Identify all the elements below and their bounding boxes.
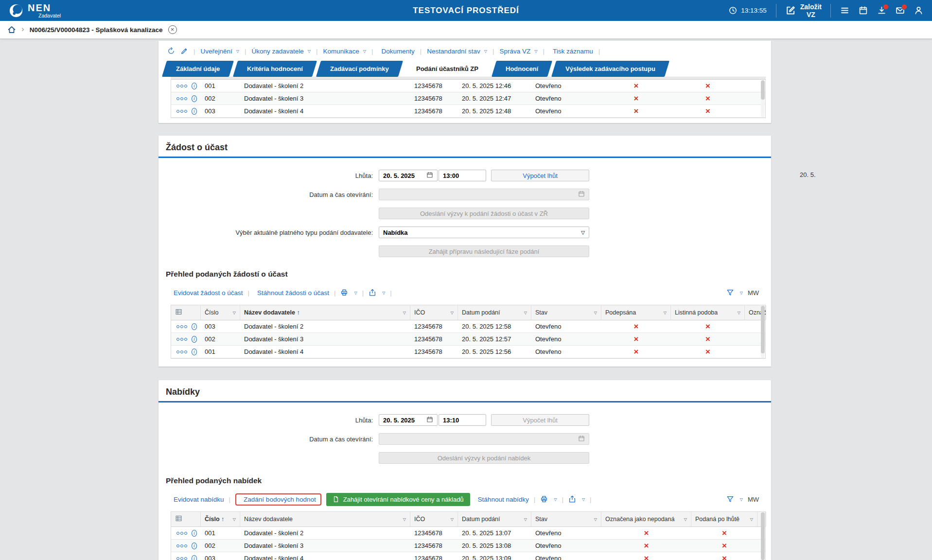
scrollbar-thumb[interactable] xyxy=(761,306,765,353)
chevron-down-icon[interactable]: ▽ xyxy=(740,291,743,295)
tab-zakladni-udaje[interactable]: Základní údaje xyxy=(162,61,234,77)
filter-caret-icon[interactable]: ▽ xyxy=(451,311,454,315)
lhuta-time-input[interactable]: 13:00 xyxy=(439,170,486,181)
filter-caret-icon[interactable]: ▽ xyxy=(233,311,236,315)
filter-caret-icon[interactable]: ▽ xyxy=(750,517,753,522)
breadcrumb-item[interactable]: N006/25/V00004823 - Splašková kanalizace xyxy=(30,26,163,34)
row-info-icon[interactable]: i xyxy=(192,108,197,115)
filter-caret-icon[interactable]: ▽ xyxy=(684,517,687,522)
tab-zadavaci-podminky[interactable]: Zadávací podmínky xyxy=(316,61,403,77)
toolbar-nestandardni-stav[interactable]: Nestandardní stav▽ xyxy=(427,48,487,55)
column-header-podepsana[interactable]: Podepsána▽ xyxy=(601,305,671,320)
chevron-down-icon[interactable]: ▽ xyxy=(554,497,557,502)
row-menu-icon[interactable] xyxy=(176,110,188,113)
column-chooser[interactable] xyxy=(171,512,201,526)
calendar-icon[interactable] xyxy=(859,6,868,15)
vypocet-lhut-button[interactable]: Výpočet lhůt xyxy=(491,170,589,181)
table-row[interactable]: i002Dodavatel - školení 31234567820. 5. … xyxy=(171,540,765,552)
column-header-ico[interactable]: IČO▽ xyxy=(410,305,458,320)
lhuta-time-input[interactable]: 13:10 xyxy=(439,414,486,426)
export-icon[interactable] xyxy=(568,495,576,503)
row-menu-icon[interactable] xyxy=(176,338,188,341)
close-record-icon[interactable]: × xyxy=(168,25,177,34)
tab-hodnoceni[interactable]: Hodnocení xyxy=(492,61,552,77)
lhuta-date-input[interactable]: 20. 5. 2025 xyxy=(379,170,438,181)
row-info-icon[interactable]: i xyxy=(192,336,197,343)
grid-icon[interactable] xyxy=(175,515,182,524)
home-icon[interactable] xyxy=(7,25,16,34)
column-header-cislo[interactable]: Číslo▽ xyxy=(201,305,240,320)
filter-caret-icon[interactable]: ▽ xyxy=(451,517,454,522)
zalozit-vz-button[interactable]: Založit VZ xyxy=(776,4,831,18)
filter-caret-icon[interactable]: ▽ xyxy=(594,517,597,522)
evidovat-zadost-link[interactable]: Evidovat žádost o účast xyxy=(171,289,243,297)
column-header-nepodana[interactable]: Označena jako nepodaná▽ xyxy=(601,512,691,526)
calendar-icon[interactable] xyxy=(426,416,433,424)
row-info-icon[interactable]: i xyxy=(192,555,197,560)
column-header-datum[interactable]: Datum podání▽ xyxy=(458,305,531,320)
column-header-datum[interactable]: Datum podání▽ xyxy=(458,512,531,526)
export-icon[interactable] xyxy=(369,289,376,297)
scrollbar-thumb[interactable] xyxy=(761,80,765,100)
filter-caret-icon[interactable]: ▽ xyxy=(664,311,667,315)
row-menu-icon[interactable] xyxy=(176,350,188,353)
menu-icon[interactable] xyxy=(840,6,849,15)
row-menu-icon[interactable] xyxy=(176,532,188,535)
filter-caret-icon[interactable]: ▽ xyxy=(403,517,406,522)
filter-caret-icon[interactable]: ▽ xyxy=(524,517,527,522)
column-header-po_lhute[interactable]: Podaná po lhůtě▽ xyxy=(691,512,757,526)
chevron-down-icon[interactable]: ▽ xyxy=(354,291,357,295)
row-info-icon[interactable]: i xyxy=(192,323,197,330)
mw-label[interactable]: MW xyxy=(748,496,759,503)
filter-caret-icon[interactable]: ▽ xyxy=(738,311,740,315)
filter-caret-icon[interactable]: ▽ xyxy=(233,517,236,522)
column-header-nazev[interactable]: Název dodavatele ↑▽ xyxy=(240,305,410,320)
stahnout-zadosti-link[interactable]: Stáhnout žádosti o účast xyxy=(254,289,329,297)
stahnout-nabidky-link[interactable]: Stáhnout nabídky xyxy=(475,496,529,503)
vertical-scrollbar[interactable] xyxy=(761,306,765,358)
row-menu-icon[interactable] xyxy=(176,544,188,547)
tab-kriteria-hodnoceni[interactable]: Kritéria hodnocení xyxy=(233,61,317,77)
tab-podani-ucastniku-zp[interactable]: Podání účastníků ZP xyxy=(402,61,492,77)
toolbar-sprava-vz[interactable]: Správa VZ▽ xyxy=(499,48,537,55)
row-info-icon[interactable]: i xyxy=(192,95,197,102)
filter-icon[interactable] xyxy=(726,495,734,503)
table-row[interactable]: i001Dodavatel - školení 41234567820. 5. … xyxy=(171,346,765,358)
toolbar-uverejneni[interactable]: Uveřejnění▽ xyxy=(201,48,239,55)
column-header-stav[interactable]: Stav▽ xyxy=(531,305,601,320)
row-info-icon[interactable]: i xyxy=(192,83,197,89)
toolbar-dokumenty[interactable]: Dokumenty xyxy=(378,48,414,55)
chevron-down-icon[interactable]: ▽ xyxy=(582,497,585,502)
chevron-down-icon[interactable]: ▽ xyxy=(740,497,743,502)
vertical-scrollbar[interactable] xyxy=(761,80,765,117)
lhuta-date-input[interactable]: 20. 5. 2025 xyxy=(379,414,438,426)
table-row[interactable]: i002Dodavatel - školení 31234567820. 5. … xyxy=(171,333,765,346)
filter-caret-icon[interactable]: ▽ xyxy=(403,311,406,315)
chevron-down-icon[interactable]: ▽ xyxy=(382,291,385,295)
tab-vysledek-zadavaciho-postupu[interactable]: Výsledek zadávacího postupu xyxy=(551,61,669,77)
column-header-ico[interactable]: IČO▽ xyxy=(410,512,458,526)
typ-podani-select[interactable]: Nabídka ▽ xyxy=(379,227,589,238)
column-header-listinna[interactable]: Listinná podoba▽ xyxy=(671,305,745,320)
row-menu-icon[interactable] xyxy=(176,97,188,100)
column-header-stav[interactable]: Stav▽ xyxy=(531,512,601,526)
row-info-icon[interactable]: i xyxy=(192,349,197,355)
row-menu-icon[interactable] xyxy=(176,85,188,88)
row-menu-icon[interactable] xyxy=(176,557,188,560)
column-header-cislo[interactable]: Číslo ↑▽ xyxy=(201,512,240,526)
table-row[interactable]: i001Dodavatel - školení 21234567820. 5. … xyxy=(171,527,765,540)
grid-icon[interactable] xyxy=(175,308,182,317)
filter-caret-icon[interactable]: ▽ xyxy=(594,311,597,315)
column-chooser[interactable] xyxy=(171,305,201,320)
filter-caret-icon[interactable]: ▽ xyxy=(524,311,527,315)
zadani-bodovych-hodnot-link[interactable]: Zadání bodových hodnot xyxy=(235,493,321,506)
back-icon[interactable] xyxy=(167,47,175,55)
evidovat-nabidku-link[interactable]: Evidovat nabídku xyxy=(171,496,224,503)
vertical-scrollbar[interactable] xyxy=(761,512,765,560)
row-menu-icon[interactable] xyxy=(176,325,188,328)
user-icon[interactable] xyxy=(914,6,923,15)
toolbar-tisk-zaznamu[interactable]: Tisk záznamu xyxy=(550,48,593,55)
table-row[interactable]: i001Dodavatel - školení 21234567820. 5. … xyxy=(171,80,765,92)
row-info-icon[interactable]: i xyxy=(192,530,197,537)
column-header-nazev[interactable]: Název dodavatele▽ xyxy=(240,512,410,526)
